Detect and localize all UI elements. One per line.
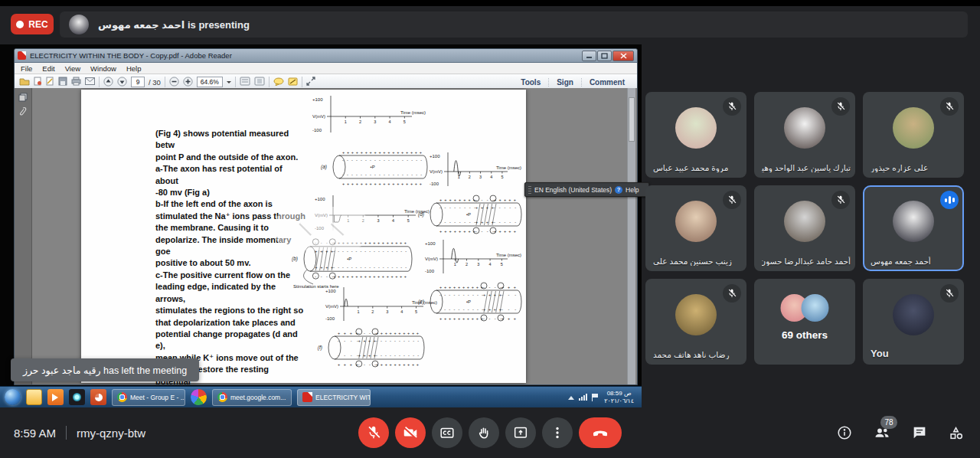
hidden-icons-icon[interactable] (568, 393, 574, 400)
tile-others[interactable]: 69 others (754, 279, 855, 365)
participant-name: زينب حسنين محمد علي (653, 257, 732, 266)
svg-text:+100: +100 (315, 197, 325, 201)
participant-tile[interactable]: زينب حسنين محمد علي (645, 185, 746, 271)
next-page-icon[interactable] (117, 77, 127, 88)
svg-text:(f): (f) (318, 345, 322, 351)
panel-button-tools[interactable]: Tools (513, 78, 548, 87)
more-options-button[interactable] (542, 417, 573, 448)
minimize-button[interactable] (582, 51, 596, 61)
scroll-mode-icon[interactable] (240, 77, 250, 87)
menu-file[interactable]: File (21, 64, 32, 73)
svg-text:1: 1 (454, 262, 456, 267)
svg-text:+100: +100 (312, 97, 323, 102)
open-icon[interactable] (19, 77, 30, 87)
fit-page-icon[interactable] (254, 77, 265, 87)
print-icon[interactable] (71, 77, 81, 87)
participant-tile[interactable]: مروة محمد عبيد عباس (645, 92, 746, 178)
activities-icon (948, 424, 965, 441)
captions-button[interactable] (432, 417, 462, 448)
media-player-icon[interactable] (47, 389, 64, 405)
language-label[interactable]: EN English (United States) (534, 186, 612, 194)
explorer-icon[interactable] (26, 389, 42, 405)
svg-text:- - - - -: - - - - - (494, 205, 516, 210)
previous-page-icon[interactable] (103, 77, 113, 88)
maximize-button[interactable] (597, 51, 612, 61)
task-meet-group[interactable]: Meet - Group E - ... (112, 389, 185, 406)
chat-button[interactable] (911, 424, 928, 441)
powerpoint-icon[interactable] (90, 389, 106, 405)
help-label[interactable]: Help (626, 186, 639, 194)
others-count-label: 69 others (754, 329, 855, 341)
menu-window[interactable]: Window (90, 64, 116, 73)
pdf-file-icon (18, 51, 26, 60)
svg-text:(e): (e) (418, 299, 424, 305)
participants-grid: مروة محمد عبيد عباستبارك ياسين عبد الواح… (645, 92, 964, 365)
participants-button[interactable]: 78 (873, 424, 891, 442)
task-pdf[interactable]: ELECTRICITY WIT... (297, 389, 371, 406)
zoom-out-icon[interactable] (169, 77, 179, 88)
end-call-icon (591, 424, 609, 442)
close-button[interactable] (612, 51, 634, 61)
camera-app-icon[interactable] (69, 389, 85, 405)
save-icon[interactable] (58, 77, 67, 87)
panel-button-sign[interactable]: Sign (548, 78, 581, 87)
task-meet-google[interactable]: meet.google.com... (212, 389, 292, 406)
langbar-grip-icon[interactable] (528, 186, 531, 194)
svg-text:-100: -100 (425, 269, 435, 273)
comment-bubble-icon[interactable] (273, 77, 284, 87)
participant-tile[interactable]: علي عزاره حيذور (863, 92, 964, 178)
recording-badge: REC (11, 14, 54, 34)
attachments-paperclip-icon[interactable] (18, 106, 28, 117)
panel-button-comment[interactable]: Comment (581, 78, 632, 87)
camera-button[interactable] (395, 417, 426, 448)
info-button[interactable] (836, 424, 853, 441)
page-number-input[interactable]: 9 (131, 77, 145, 87)
pdf-scrollbar[interactable] (627, 88, 635, 384)
google-meet-window: REC احمد جمعه مهوس is presenting ELECTRI… (0, 0, 980, 458)
adobe-titlebar[interactable]: ELECTRICITY WITHIN THE BODY - Copy.pdf -… (15, 49, 637, 63)
email-icon[interactable] (85, 77, 95, 87)
scrollbar-thumb[interactable] (629, 97, 635, 142)
task-label: ELECTRICITY WIT... (315, 394, 371, 401)
participant-tile[interactable]: أحمد جمعه مهوس (863, 185, 964, 271)
recording-label: REC (28, 19, 47, 30)
pinwheel-app-icon[interactable] (191, 389, 207, 405)
zoom-level-input[interactable]: 64.6% (197, 77, 223, 87)
start-button-icon[interactable] (5, 389, 21, 405)
present-button[interactable] (505, 417, 536, 448)
menu-edit[interactable]: Edit (42, 64, 54, 73)
svg-text:4: 4 (490, 175, 492, 179)
svg-text:- - - - - - - - - -: - - - - - - - - - - (376, 353, 419, 358)
raise-hand-button[interactable] (469, 417, 499, 448)
screenshare-region: ELECTRICITY WITHIN THE BODY - Copy.pdf -… (0, 44, 642, 407)
svg-text:+100: +100 (430, 154, 440, 159)
zoom-in-icon[interactable] (183, 77, 193, 88)
menu-help[interactable]: Help (126, 64, 142, 73)
fullscreen-icon[interactable] (306, 77, 315, 87)
action-center-flag-icon[interactable] (592, 394, 599, 401)
mic-button[interactable] (358, 417, 389, 448)
create-pdf-icon[interactable] (34, 77, 42, 87)
network-signal-icon[interactable] (579, 394, 587, 401)
chrome-icon (117, 392, 127, 402)
svg-text:+100: +100 (325, 289, 336, 293)
page-thumbnails-icon[interactable] (18, 93, 28, 102)
participant-tile[interactable]: تبارك ياسين عبد الواحد وهيب (754, 92, 855, 178)
svg-text:(b): (b) (292, 256, 298, 262)
help-icon[interactable]: ? (615, 186, 622, 194)
sign-page-icon[interactable] (46, 77, 54, 87)
svg-text:5: 5 (403, 119, 406, 124)
participant-tile[interactable]: أحمد حامد عبدالرضا حسون (754, 185, 855, 271)
end-call-button[interactable] (579, 417, 622, 448)
tile-you[interactable]: You (863, 279, 964, 365)
annotate-icon[interactable] (288, 77, 298, 87)
svg-text:- - - -: - - - - (338, 339, 358, 343)
mic-off-icon (296, 220, 315, 238)
taskbar-clock[interactable]: 08:59 ص ٢٠٢١/٠٦/١٤ (604, 390, 637, 405)
language-bar[interactable]: EN English (United States) ? Help (524, 182, 649, 197)
captions-icon (439, 424, 456, 441)
menu-view[interactable]: View (65, 64, 80, 73)
zoom-dropdown-icon[interactable] (227, 81, 231, 86)
activities-button[interactable] (948, 424, 965, 441)
participant-tile[interactable]: رضاب ناهد هاتف محمد (645, 279, 746, 365)
